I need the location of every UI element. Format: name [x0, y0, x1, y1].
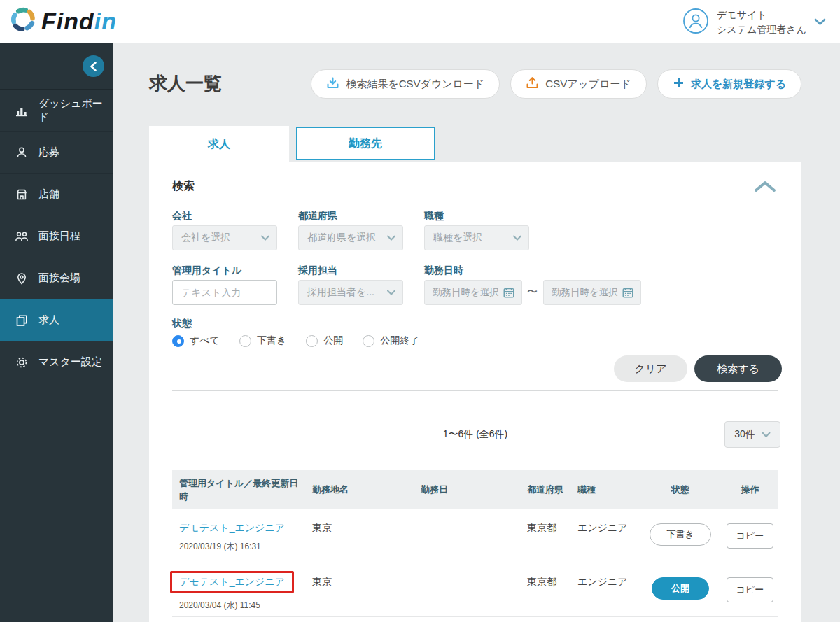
highlight-annotation-box: デモテスト_エンジニア — [170, 571, 294, 593]
people-icon — [14, 229, 29, 243]
radio-selected-icon — [172, 335, 184, 347]
location-pin-icon — [14, 271, 29, 285]
chevron-down-icon — [387, 290, 396, 295]
result-count: 1〜6件 (全6件) — [149, 428, 802, 441]
radio-draft[interactable]: 下書き — [239, 334, 286, 347]
gear-icon — [14, 355, 29, 369]
company-select[interactable]: 会社を選択 — [172, 225, 277, 250]
upload-icon — [526, 76, 539, 92]
radio-unselected-icon — [239, 335, 251, 347]
copy-button[interactable]: コピー — [727, 523, 774, 549]
csv-upload-button[interactable]: CSVアップロード — [510, 69, 647, 99]
sidebar: ダッシュボード 応募 店舗 面接日程 面接会場 求人 マスター設定 — [0, 43, 113, 622]
store-icon — [14, 188, 29, 202]
new-job-button[interactable]: 求人を新規登録する — [657, 69, 802, 99]
section-divider — [172, 390, 778, 391]
sidebar-item-applications[interactable]: 応募 — [0, 132, 113, 174]
page-title: 求人一覧 — [149, 71, 222, 96]
clear-button[interactable]: クリア — [614, 355, 687, 382]
radio-unselected-icon — [306, 335, 318, 347]
tab-bar: 求人 勤務先 — [149, 126, 435, 162]
sidebar-item-label: 面接日程 — [38, 229, 80, 243]
company-label: 会社 — [172, 210, 192, 222]
chevron-down-icon — [387, 235, 396, 241]
person-icon — [14, 146, 29, 160]
cell-location: 東京 — [305, 576, 414, 588]
logo-wordmark: Findin — [41, 8, 117, 35]
admin-title-label: 管理用タイトル — [172, 264, 241, 277]
chevron-down-icon — [261, 235, 270, 241]
csv-download-button[interactable]: 検索結果をCSVダウンロード — [311, 69, 500, 99]
col-prefecture: 都道府県 — [520, 477, 570, 502]
sidebar-item-label: 店舗 — [38, 188, 59, 201]
search-heading: 検索 — [172, 179, 195, 194]
radio-published[interactable]: 公開 — [306, 334, 343, 347]
job-title-link[interactable]: デモテスト_エンジニア — [179, 576, 285, 587]
download-icon — [326, 76, 340, 92]
sidebar-item-master-settings[interactable]: マスター設定 — [0, 341, 113, 383]
table-row: デモテスト_エンジニア 2020/03/19 (木) 16:31 東京 東京都 … — [172, 509, 778, 563]
prefecture-select[interactable]: 都道府県を選択 — [298, 225, 403, 250]
main-content: 求人一覧 検索結果をCSVダウンロード CSVアップロード 求人を新規登録する … — [113, 43, 840, 622]
cell-prefecture: 東京都 — [520, 576, 570, 588]
sidebar-item-jobs[interactable]: 求人 — [0, 299, 113, 341]
user-info: デモサイト システム管理者さん — [717, 8, 806, 37]
sidebar-item-interview-venue[interactable]: 面接会場 — [0, 257, 113, 299]
cell-job-type: エンジニア — [570, 522, 639, 535]
col-status: 状態 — [639, 477, 722, 502]
sidebar-item-label: 求人 — [38, 313, 59, 327]
search-collapse-chevron-up-icon[interactable] — [754, 181, 776, 195]
findin-swirl-icon — [10, 6, 36, 36]
radio-ended[interactable]: 公開終了 — [363, 334, 419, 347]
user-name: システム管理者さん — [717, 22, 806, 37]
per-page-select[interactable]: 30件 — [724, 421, 780, 448]
sidebar-item-stores[interactable]: 店舗 — [0, 174, 113, 215]
admin-title-input[interactable] — [172, 280, 277, 305]
copy-button[interactable]: コピー — [727, 577, 774, 602]
plus-icon — [673, 77, 685, 91]
col-location: 勤務地名 — [305, 477, 414, 502]
sidebar-item-interview-schedule[interactable]: 面接日程 — [0, 215, 113, 257]
chevron-down-icon — [814, 16, 826, 29]
status-badge: 下書き — [650, 523, 710, 546]
page-actions: 検索結果をCSVダウンロード CSVアップロード 求人を新規登録する — [311, 69, 802, 99]
status-badge: 公開 — [652, 577, 709, 600]
cell-prefecture: 東京都 — [520, 522, 570, 535]
tab-workplaces[interactable]: 勤務先 — [296, 127, 435, 160]
table-row: デモテスト_エンジニア 2020/03/04 (水) 11:45 東京 東京都 … — [172, 563, 778, 617]
document-icon — [14, 313, 29, 327]
sidebar-item-label: マスター設定 — [38, 355, 102, 369]
bar-chart-icon — [14, 104, 29, 118]
work-datetime-from-input[interactable]: 勤務日時を選択 — [424, 280, 522, 305]
chevron-down-icon — [513, 235, 522, 241]
recruiter-select[interactable]: 採用担当者を... — [298, 280, 403, 305]
cell-job-type: エンジニア — [570, 576, 639, 588]
user-org: デモサイト — [717, 8, 806, 22]
sidebar-item-label: 応募 — [38, 146, 59, 159]
user-menu[interactable]: デモサイト システム管理者さん — [682, 8, 826, 37]
tab-jobs[interactable]: 求人 — [149, 126, 289, 162]
sidebar-collapse-row — [0, 43, 113, 90]
job-title-link[interactable]: デモテスト_エンジニア — [179, 522, 285, 533]
date-range-separator: 〜 — [527, 285, 538, 299]
work-datetime-to-input[interactable]: 勤務日時を選択 — [543, 280, 641, 305]
jobs-table: 管理用タイトル／最終更新日時 勤務地名 勤務日 都道府県 職種 状態 操作 デモ… — [172, 470, 778, 617]
radio-all[interactable]: すべて — [172, 334, 220, 347]
cell-location: 東京 — [305, 522, 414, 535]
prefecture-label: 都道府県 — [298, 210, 337, 222]
sidebar-item-label: ダッシュボード — [38, 97, 113, 124]
calendar-icon — [503, 286, 515, 299]
col-operation: 操作 — [722, 477, 778, 502]
sidebar-item-dashboard[interactable]: ダッシュボード — [0, 90, 113, 132]
app-logo: Findin — [10, 6, 117, 36]
sidebar-collapse-button[interactable] — [83, 55, 104, 77]
avatar-icon — [682, 8, 709, 37]
last-updated: 2020/03/19 (木) 16:31 — [179, 541, 305, 553]
calendar-icon — [622, 286, 634, 299]
col-work-day: 勤務日 — [414, 477, 520, 502]
search-button[interactable]: 検索する — [694, 355, 782, 382]
job-type-select[interactable]: 職種を選択 — [424, 225, 529, 250]
recruiter-label: 採用担当 — [298, 264, 337, 277]
col-admin-title: 管理用タイトル／最終更新日時 — [172, 471, 305, 509]
top-header: Findin デモサイト システム管理者さん — [0, 0, 840, 43]
